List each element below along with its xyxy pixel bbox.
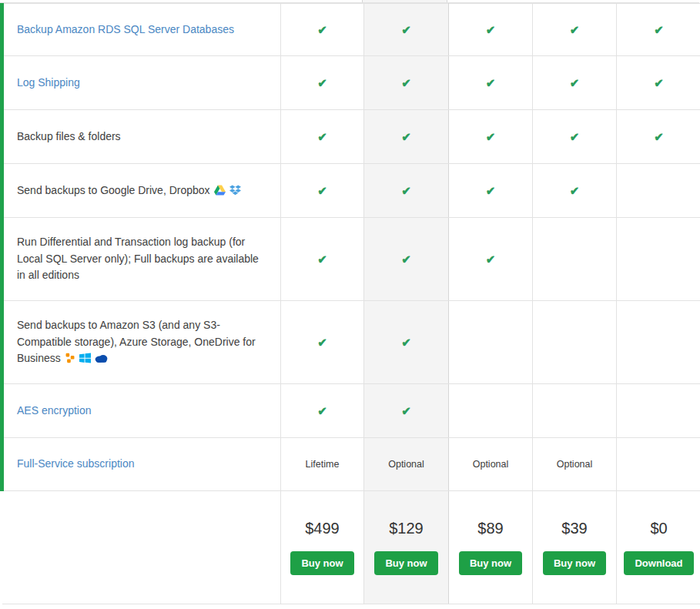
plan-price: $129: [365, 520, 447, 537]
buy-now-button[interactable]: Buy now: [374, 551, 437, 575]
table-row: Send backups to Amazon S3 (and any S3-Co…: [2, 301, 700, 384]
feature-cell: Send backups to Amazon S3 (and any S3-Co…: [2, 301, 281, 384]
feature-label-send-backups-drive-dropbox: Send backups to Google Drive, Dropbox: [17, 184, 210, 196]
check-cell: ✔: [364, 164, 449, 218]
check-cell: ✔: [281, 56, 364, 110]
feature-link-aes-encryption[interactable]: AES encryption: [17, 404, 92, 417]
check-icon: ✔: [570, 23, 580, 36]
check-cell: ✔: [364, 218, 449, 301]
cropped-row-edge: [0, 0, 699, 3]
empty-cell: [449, 384, 533, 438]
empty-cell: [617, 301, 700, 384]
plan-pricing-cell: $129 Buy now: [364, 491, 449, 604]
check-cell: ✔: [617, 4, 700, 56]
empty-cell: [617, 384, 700, 438]
check-icon: ✔: [486, 76, 496, 89]
check-cell: ✔: [617, 56, 700, 110]
pricing-row: $499 Buy now $129 Buy now $89 Buy now $3…: [2, 491, 700, 604]
windows-azure-icon: [79, 353, 91, 363]
check-cell: ✔: [364, 301, 449, 384]
table-row: Run Differential and Transaction log bac…: [2, 218, 700, 301]
check-icon: ✔: [486, 253, 496, 266]
feature-comparison-section: Backup Amazon RDS SQL Server Databases ✔…: [0, 0, 700, 604]
feature-link-log-shipping[interactable]: Log Shipping: [17, 76, 80, 89]
table-row: Send backups to Google Drive, Dropbox ✔ …: [2, 164, 700, 218]
check-cell: ✔: [449, 56, 533, 110]
check-icon: ✔: [570, 76, 580, 89]
empty-cell: [449, 301, 533, 384]
check-cell: ✔: [364, 4, 449, 56]
table-row: Full-Service subscription Lifetime Optio…: [2, 438, 700, 491]
empty-cell: [617, 218, 700, 301]
check-icon: ✔: [654, 130, 664, 143]
check-cell: ✔: [281, 4, 364, 56]
plan-pricing-cell: $39 Buy now: [533, 491, 617, 604]
buy-now-button[interactable]: Buy now: [543, 551, 606, 575]
plan-pricing-cell: $89 Buy now: [449, 491, 533, 604]
empty-cell: [617, 438, 700, 491]
check-icon: ✔: [486, 23, 496, 36]
feature-label-differential-transaction-log: Run Differential and Transaction log bac…: [17, 236, 259, 281]
check-cell: ✔: [533, 56, 617, 110]
feature-cell: Run Differential and Transaction log bac…: [2, 218, 281, 301]
buy-now-button[interactable]: Buy now: [290, 551, 353, 575]
feature-cell: AES encryption: [2, 384, 281, 438]
check-cell: ✔: [364, 384, 449, 438]
table-row: Backup Amazon RDS SQL Server Databases ✔…: [2, 4, 700, 56]
table-row: Log Shipping ✔ ✔ ✔ ✔ ✔: [2, 56, 700, 110]
check-cell: ✔: [617, 110, 700, 164]
check-icon: ✔: [570, 184, 580, 197]
check-cell: ✔: [533, 110, 617, 164]
check-cell: ✔: [449, 4, 533, 56]
check-icon: ✔: [486, 130, 496, 143]
check-cell: ✔: [533, 4, 617, 56]
buy-now-button[interactable]: Buy now: [459, 551, 522, 575]
plan-price: $0: [618, 520, 700, 537]
check-icon: ✔: [317, 336, 327, 349]
check-icon: ✔: [401, 404, 411, 417]
check-icon: ✔: [317, 23, 327, 36]
check-icon: ✔: [317, 184, 327, 197]
download-button[interactable]: Download: [624, 551, 693, 575]
plan-price: $499: [282, 520, 363, 537]
check-icon: ✔: [317, 404, 327, 417]
empty-cell: [533, 384, 617, 438]
feature-link-backup-amazon-rds[interactable]: Backup Amazon RDS SQL Server Databases: [17, 23, 234, 35]
feature-link-full-service-subscription[interactable]: Full-Service subscription: [17, 457, 135, 470]
aws-icon: [65, 353, 75, 363]
check-cell: ✔: [449, 218, 533, 301]
check-cell: ✔: [281, 218, 364, 301]
check-icon: ✔: [486, 184, 496, 197]
check-icon: ✔: [401, 253, 411, 266]
check-cell: ✔: [449, 164, 533, 218]
table-row: AES encryption ✔ ✔: [2, 384, 700, 438]
check-cell: ✔: [281, 110, 364, 164]
check-cell: ✔: [533, 164, 617, 218]
plan-pricing-cell: $0 Download: [617, 491, 700, 604]
subscription-cell: Optional: [449, 438, 533, 491]
feature-label-send-backups-s3-azure-onedrive: Send backups to Amazon S3 (and any S3-Co…: [17, 319, 256, 364]
empty-cell: [533, 218, 617, 301]
feature-cell: Backup files & folders: [2, 110, 281, 164]
check-icon: ✔: [401, 184, 411, 197]
subscription-cell: Optional: [364, 438, 449, 491]
table-row: Backup files & folders ✔ ✔ ✔ ✔ ✔: [2, 110, 700, 164]
subscription-cell: Lifetime: [281, 438, 364, 491]
check-cell: ✔: [449, 110, 533, 164]
feature-label-backup-files-folders: Backup files & folders: [17, 130, 121, 142]
plan-price: $39: [534, 520, 615, 537]
pricing-feature-spacer: [2, 491, 281, 604]
check-cell: ✔: [281, 164, 364, 218]
check-icon: ✔: [570, 130, 580, 143]
plan-price: $89: [450, 520, 531, 537]
feature-cell: Send backups to Google Drive, Dropbox: [2, 164, 281, 218]
feature-cell: Full-Service subscription: [2, 438, 281, 491]
check-icon: ✔: [317, 253, 327, 266]
check-icon: ✔: [317, 76, 327, 89]
check-cell: ✔: [281, 384, 364, 438]
highlight-column-crop: [362, 0, 447, 2]
dropbox-icon: [229, 185, 241, 196]
empty-cell: [617, 164, 700, 218]
check-icon: ✔: [654, 23, 664, 36]
onedrive-icon: [95, 353, 109, 363]
